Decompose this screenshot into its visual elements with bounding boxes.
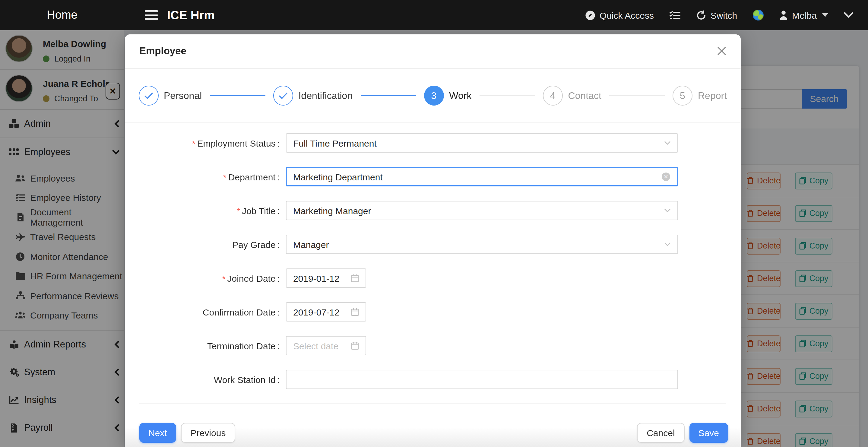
cancel-button[interactable]: Cancel: [637, 423, 684, 443]
modal-header: Employee: [125, 34, 741, 69]
joined-date-picker[interactable]: 2019-01-12: [286, 268, 366, 288]
calendar-icon: [351, 274, 359, 282]
home-link[interactable]: Home: [0, 8, 124, 22]
job-title-select[interactable]: Marketing Manager: [286, 201, 678, 220]
work-form: *Employment Status: Full Time Permanent …: [125, 123, 741, 404]
confirmation-date-picker[interactable]: 2019-07-12: [286, 302, 366, 322]
work-station-id-input[interactable]: [286, 370, 678, 389]
modal-footer: Next Previous Cancel Save: [125, 404, 741, 447]
field-label: Pay Grade:: [140, 239, 280, 249]
user-icon: [779, 10, 788, 20]
user-menu[interactable]: Melba: [779, 10, 828, 20]
app-root: ext Search Delete: [0, 0, 868, 447]
field-label: *Job Title:: [140, 205, 280, 216]
top-navbar: Home ICE Hrm Quick Access Switch Melba: [0, 0, 868, 30]
previous-button[interactable]: Previous: [181, 423, 236, 443]
step-number: 4: [543, 86, 563, 106]
step-connector: [210, 95, 265, 96]
employment-status-select[interactable]: Full Time Permanent: [286, 133, 678, 153]
globe-icon[interactable]: [753, 10, 764, 21]
calendar-icon: [351, 341, 359, 350]
field-label: Termination Date:: [140, 340, 280, 351]
switch-icon: [696, 10, 706, 20]
field-label: Work Station Id:: [140, 374, 280, 385]
field-label: *Joined Date:: [140, 273, 280, 283]
department-select[interactable]: Marketing Department ✕: [286, 167, 678, 186]
termination-date-picker[interactable]: Select date: [286, 336, 366, 355]
caret-down-icon: [822, 13, 828, 17]
field-label: *Department:: [140, 172, 280, 182]
step-connector: [479, 95, 535, 96]
next-button[interactable]: Next: [140, 423, 176, 443]
step-identification[interactable]: Identification: [273, 86, 352, 106]
step-number: 5: [673, 86, 692, 106]
step-report[interactable]: 5 Report: [673, 86, 727, 106]
modal-close-button[interactable]: [717, 47, 726, 56]
tasks-icon[interactable]: [670, 10, 680, 20]
field-label: *Employment Status:: [140, 138, 280, 148]
step-number: 3: [424, 86, 444, 106]
employee-modal: Employee Personal Identification 3 Work: [125, 34, 741, 447]
check-icon: [138, 86, 158, 106]
clear-icon[interactable]: ✕: [662, 173, 670, 181]
step-connector: [361, 95, 416, 96]
step-personal[interactable]: Personal: [138, 86, 202, 106]
wizard-steps: Personal Identification 3 Work 4 Contact…: [125, 69, 741, 123]
modal-title: Employee: [140, 46, 186, 57]
chevron-down-icon: [664, 141, 671, 145]
calendar-icon: [351, 308, 359, 316]
chevron-down-icon: [664, 242, 671, 246]
switch-user-button[interactable]: Switch: [696, 10, 737, 20]
app-brand: ICE Hrm: [167, 8, 215, 22]
chevron-down-icon[interactable]: [844, 12, 854, 18]
pay-grade-select[interactable]: Manager: [286, 235, 678, 254]
hamburger-menu-icon[interactable]: [145, 10, 158, 20]
step-work[interactable]: 3 Work: [424, 86, 471, 106]
step-contact[interactable]: 4 Contact: [543, 86, 601, 106]
close-icon: [717, 47, 726, 56]
check-icon: [273, 86, 293, 106]
save-button[interactable]: Save: [689, 423, 728, 443]
field-label: Confirmation Date:: [140, 307, 280, 317]
chevron-down-icon: [664, 208, 671, 213]
quick-access-button[interactable]: Quick Access: [585, 10, 654, 20]
compass-icon: [585, 10, 595, 20]
step-connector: [609, 95, 665, 96]
